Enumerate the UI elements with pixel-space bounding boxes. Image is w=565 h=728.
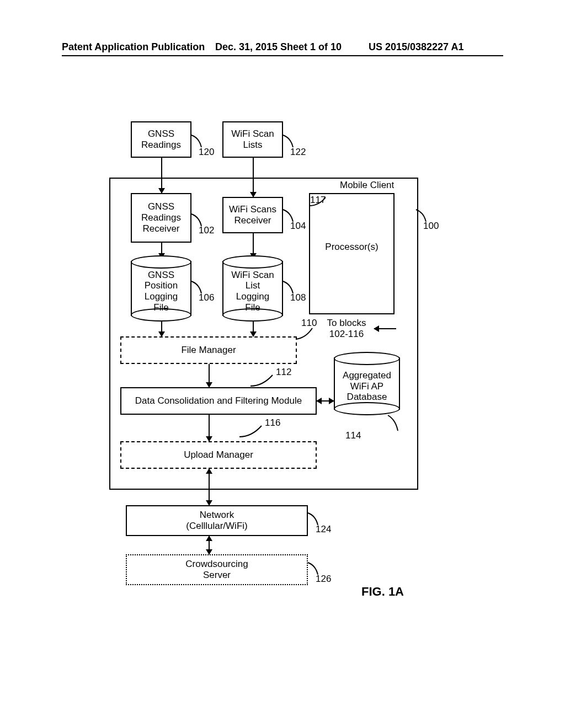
gnss-readings-receiver-box: GNSS Readings Receiver	[131, 193, 191, 243]
data-consolidation-box: Data Consolidation and Filtering Module	[120, 387, 317, 415]
wifi-scan-lists-box: WiFi Scan Lists	[222, 121, 283, 158]
arrow-106-110	[161, 322, 162, 336]
ref-116: 116	[265, 417, 280, 429]
mobile-client-label: Mobile Client	[340, 180, 394, 191]
aggregated-db-cylinder: Aggregated WiFi AP Database	[334, 352, 400, 415]
arrow-110-112	[209, 364, 210, 387]
processors-label: Processor(s)	[312, 242, 391, 253]
arrow-112-114	[317, 400, 334, 402]
header-left: Patent Application Publication	[62, 41, 205, 53]
ref-106: 106	[199, 292, 214, 303]
arrow-104-108	[253, 233, 254, 258]
ref-124: 124	[316, 524, 331, 535]
ref-114: 114	[345, 430, 361, 441]
ref-117: 117	[310, 195, 326, 206]
page: Patent Application Publication Dec. 31, …	[0, 0, 565, 728]
ref-102: 102	[199, 225, 214, 236]
ref-112: 112	[276, 367, 291, 378]
leader-114	[388, 415, 404, 437]
arrow-124-126	[209, 536, 210, 554]
ref-108: 108	[290, 292, 306, 303]
network-box: Network (Celllular/WiFi)	[126, 505, 308, 536]
upload-manager-box: Upload Manager	[120, 441, 317, 469]
arrow-108-110	[253, 322, 254, 336]
figure-label: FIG. 1A	[361, 585, 404, 599]
ref-120: 120	[199, 147, 214, 158]
aggregated-db-label: Aggregated WiFi AP Database	[334, 364, 400, 409]
processors-out-arrow	[374, 328, 396, 329]
gnss-readings-box: GNSS Readings	[131, 121, 191, 158]
arrow-122-104	[253, 158, 254, 197]
leader-116	[239, 426, 267, 442]
arrow-116-124	[209, 469, 210, 505]
leader-112	[250, 375, 278, 391]
to-blocks-label: To blocks 102-116	[322, 318, 371, 340]
ref-100: 100	[423, 221, 439, 232]
ref-104: 104	[290, 221, 306, 232]
ref-126: 126	[316, 574, 331, 585]
wifi-scans-receiver-box: WiFi Scans Receiver	[222, 197, 283, 233]
arrow-112-116	[209, 415, 210, 441]
header-rule	[62, 55, 503, 56]
ref-122: 122	[290, 147, 306, 158]
header-mid: Dec. 31, 2015 Sheet 1 of 10	[215, 41, 342, 53]
file-manager-box: File Manager	[120, 336, 297, 364]
header-right: US 2015/0382227 A1	[369, 41, 463, 53]
ref-110: 110	[301, 318, 317, 329]
wifi-logging-label: WiFi Scan List Logging File	[222, 267, 283, 315]
arrow-120-102	[161, 158, 162, 193]
crowdsourcing-server-box: Crowdsourcing Server	[126, 554, 308, 585]
leader-110	[296, 328, 318, 344]
gnss-logging-cylinder: GNSS Position Logging File	[131, 255, 191, 322]
gnss-logging-label: GNSS Position Logging File	[131, 267, 191, 315]
wifi-logging-cylinder: WiFi Scan List Logging File	[222, 255, 283, 322]
